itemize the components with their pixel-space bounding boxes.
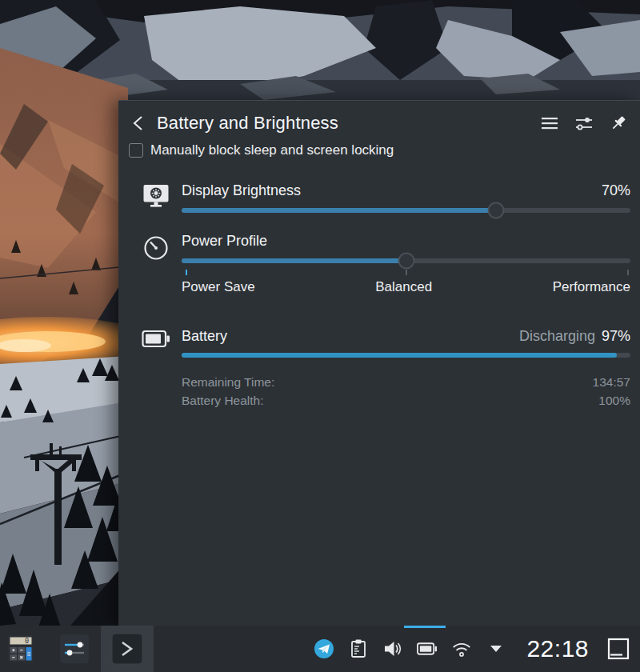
battery-label: Battery — [182, 328, 227, 345]
tray-expand-button[interactable] — [486, 638, 506, 659]
block-sleep-checkbox[interactable] — [129, 143, 143, 158]
battery-tray-icon[interactable] — [417, 638, 438, 659]
audio-sliders-launcher[interactable] — [60, 634, 89, 663]
taskbar: 0 — [0, 626, 640, 672]
terminal-icon — [111, 633, 143, 665]
battery-row: Battery Discharging 97% Remaining Time: … — [130, 328, 630, 410]
brightness-slider[interactable] — [182, 202, 630, 219]
power-profile-handle[interactable] — [398, 253, 414, 270]
battery-icon — [142, 330, 170, 350]
telegram-tray-icon[interactable] — [314, 638, 334, 659]
show-desktop-button[interactable] — [607, 638, 630, 660]
battery-brightness-popup: Battery and Brightness — [118, 100, 640, 626]
calculator-launcher[interactable]: 0 — [6, 634, 35, 663]
option-power-save[interactable]: Power Save — [182, 279, 255, 295]
svg-text:0: 0 — [25, 637, 29, 645]
brightness-label: Display Brightness — [182, 182, 301, 199]
battery-health-row: Battery Health: 100% — [182, 391, 630, 410]
popup-title: Battery and Brightness — [157, 113, 539, 134]
calculator-icon: 0 — [7, 634, 34, 663]
audio-sliders-icon — [60, 634, 89, 663]
pin-icon — [609, 114, 628, 133]
brightness-handle[interactable] — [487, 202, 504, 219]
show-desktop-icon — [607, 638, 630, 660]
menu-button[interactable] — [539, 113, 560, 134]
pin-button[interactable] — [608, 113, 629, 134]
clock[interactable]: 22:18 — [526, 635, 589, 662]
brightness-value: 70% — [602, 182, 630, 199]
remaining-time-row: Remaining Time: 134:57 — [182, 373, 630, 391]
block-sleep-row: Manually block sleep and screen locking — [118, 136, 640, 158]
hamburger-icon — [540, 114, 559, 132]
option-performance[interactable]: Performance — [553, 279, 630, 295]
terminal-task[interactable] — [101, 626, 154, 672]
desktop: Battery and Brightness — [0, 0, 640, 672]
power-profile-slider[interactable] — [182, 252, 630, 270]
caret-down-icon — [490, 644, 502, 654]
popup-header: Battery and Brightness — [118, 101, 640, 136]
monitor-brightness-icon — [142, 184, 170, 209]
configure-button[interactable] — [574, 113, 594, 134]
clipboard-icon — [349, 638, 368, 659]
battery-tray-icon-glyph — [417, 640, 438, 658]
wifi-icon — [451, 638, 472, 659]
wifi-tray-icon[interactable] — [451, 638, 472, 659]
back-button[interactable] — [129, 113, 150, 134]
battery-value: 97% — [602, 328, 630, 345]
option-balanced[interactable]: Balanced — [375, 279, 432, 295]
volume-icon — [382, 638, 403, 659]
volume-tray-icon[interactable] — [382, 638, 403, 659]
power-profile-row: Power Profile Power Save — [130, 233, 630, 295]
speedometer-icon — [142, 234, 170, 262]
telegram-icon — [314, 638, 334, 659]
battery-progress-bar — [182, 353, 630, 358]
battery-status: Discharging — [519, 328, 595, 345]
power-profile-ticks — [182, 270, 630, 277]
brightness-row: Display Brightness 70% — [130, 182, 630, 219]
power-profile-label: Power Profile — [182, 233, 267, 250]
block-sleep-label: Manually block sleep and screen locking — [150, 142, 394, 158]
brightness-track[interactable] — [182, 208, 630, 213]
clipboard-tray-icon[interactable] — [348, 638, 369, 659]
sliders-icon — [574, 114, 594, 133]
back-chevron-icon — [130, 114, 148, 133]
